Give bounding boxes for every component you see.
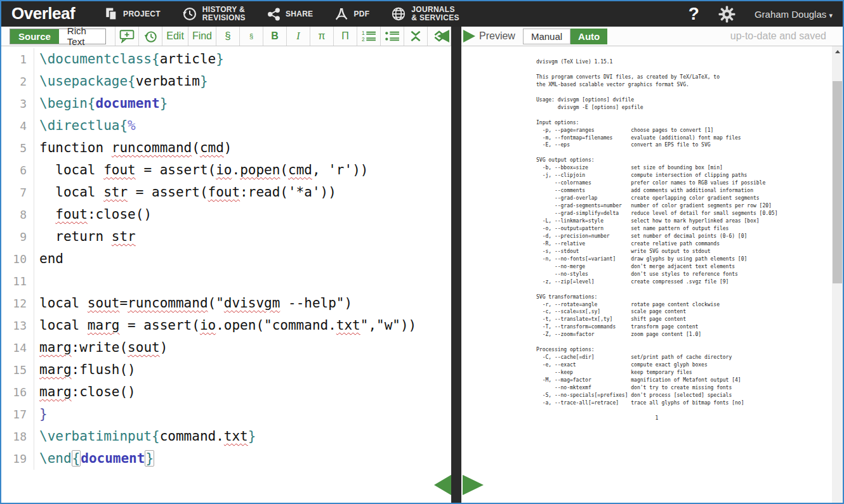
subsection-button[interactable]: § [240, 27, 263, 46]
italic-button[interactable]: I [287, 27, 310, 46]
editor-toolbar: Source Rich Text Edit Find [1, 27, 451, 46]
code-line[interactable]: 7 local str = assert(fout:read('*a')) [1, 181, 451, 204]
code-text: local marg = assert(io.open("command.txt… [34, 314, 416, 337]
pdf-line: --grad-segments=numbernumber of color gr… [536, 202, 843, 210]
line-number: 17 [1, 403, 34, 425]
code-line[interactable]: 19\end{document} [1, 448, 451, 470]
preview-scrollbar[interactable] [832, 46, 843, 503]
edit-menu-button[interactable]: Edit [162, 27, 188, 46]
code-line[interactable]: 17} [1, 403, 451, 425]
expand-preview-bottom-triangle[interactable] [463, 475, 484, 495]
code-line[interactable]: 4\directlua{% [1, 115, 451, 137]
pdf-acrobat-icon [334, 7, 348, 21]
code-line[interactable]: 1\documentclass{article} [1, 48, 451, 70]
globe-icon [391, 6, 406, 22]
code-line[interactable]: 15marg:flush() [1, 359, 451, 381]
preview-pane: Preview Manual Auto up-to-date and saved… [461, 27, 843, 503]
help-button[interactable]: ? [689, 5, 699, 23]
menu-item-pdf[interactable]: PDF [334, 1, 369, 27]
code-line[interactable]: 13local marg = assert(io.open("command.t… [1, 314, 451, 337]
editor-pane: Source Rich Text Edit Find [1, 27, 451, 503]
line-number: 7 [1, 181, 34, 204]
auto-compile-button[interactable]: Auto [570, 29, 607, 44]
find-button[interactable]: Find [188, 27, 216, 46]
code-lines: 1\documentclass{article}2\usepackage{ver… [1, 48, 451, 470]
source-mode-button[interactable]: Source [10, 29, 59, 44]
code-text: \verbatiminput{command.txt} [34, 425, 256, 448]
add-comment-button[interactable] [115, 27, 139, 46]
menu-item-journals-services[interactable]: JOURNALS& SERVICES [391, 1, 459, 27]
code-line[interactable]: 18\verbatiminput{command.txt} [1, 425, 451, 448]
inline-math-button[interactable]: π [310, 27, 334, 46]
bold-button[interactable]: B [263, 27, 287, 46]
pdf-line: -T, --transform=commandstransform page c… [536, 323, 843, 331]
pdf-line [536, 112, 843, 119]
scrollbar-thumb[interactable] [833, 81, 842, 283]
menu-item-label: PDF [353, 10, 369, 18]
manual-compile-button[interactable]: Manual [523, 29, 570, 44]
pdf-line: -M, --mag=factormagnification of Metafon… [536, 377, 843, 384]
pdf-line: -E, --epsconvert an EPS file to SVG [536, 141, 843, 149]
code-line[interactable]: 6 local fout = assert(io.popen(cmd, 'r')… [1, 159, 451, 181]
gear-icon[interactable] [718, 6, 735, 23]
pane-splitter[interactable] [451, 27, 461, 503]
menu-item-history-revisions[interactable]: HISTORY &REVISIONS [182, 1, 246, 27]
expand-preview-triangle[interactable] [463, 30, 475, 42]
menu-item-label: SHARE [286, 10, 313, 18]
numbered-list-button[interactable]: 12 [357, 27, 381, 46]
mode-toggle: Source Rich Text [10, 29, 106, 44]
code-text: } [34, 403, 48, 425]
preview-label: Preview [479, 30, 515, 42]
code-line[interactable]: 12local sout=runcommand("dvisvgm --help"… [1, 292, 451, 314]
pdf-line: Input options: [536, 119, 843, 127]
pdf-line: --colornamesprefer color names to RGB va… [536, 179, 843, 187]
scrollbar-up-arrow[interactable] [832, 46, 843, 57]
bullet-list-button[interactable] [381, 27, 404, 46]
line-number: 12 [1, 292, 34, 314]
pdf-line: -c, --scale=sx[,sy]scale page content [536, 308, 843, 316]
code-line[interactable]: 16marg:close() [1, 381, 451, 403]
code-line[interactable]: 8 fout:close() [1, 204, 451, 226]
menu-item-share[interactable]: SHARE [267, 1, 313, 27]
pdf-line: -m, --fontmap=filenamesevaluate (additio… [536, 134, 843, 142]
code-editor[interactable]: 1\documentclass{article}2\usepackage{ver… [1, 46, 451, 503]
pdf-line: -z, --zip[=level]create compressed .svgz… [536, 278, 843, 286]
pdf-preview[interactable]: dvisvgm (TeX Live) 1.15.1 This program c… [461, 46, 843, 503]
section-button[interactable]: § [216, 27, 240, 46]
line-number: 14 [1, 337, 34, 359]
display-math-button[interactable]: Π [334, 27, 357, 46]
menu-item-project[interactable]: PROJECT [104, 1, 161, 27]
line-number: 15 [1, 359, 34, 381]
history-restore-icon [143, 29, 158, 44]
line-number: 9 [1, 226, 34, 248]
code-line[interactable]: 2\usepackage{verbatim} [1, 70, 451, 93]
code-line[interactable]: 14marg:write(sout) [1, 337, 451, 359]
pdf-line: -a, --trace-all[=retrace]trace all glyph… [536, 399, 843, 407]
code-line[interactable]: 5function runcommand(cmd) [1, 137, 451, 159]
line-number: 13 [1, 314, 34, 337]
pdf-line: -e, --exactcompute exact glyph boxes [536, 361, 843, 369]
rich-text-mode-button[interactable]: Rich Text [59, 29, 105, 44]
pdf-line: --keepkeep temporary files [536, 369, 843, 377]
compile-mode-toggle: Manual Auto [523, 29, 607, 44]
collapse-button[interactable] [404, 27, 428, 46]
code-line[interactable]: 9 return str [1, 226, 451, 248]
pdf-text: dvisvgm (TeX Live) 1.15.1 This program c… [536, 58, 843, 407]
pdf-line [536, 89, 843, 96]
line-number: 19 [1, 448, 34, 470]
line-number: 11 [1, 270, 34, 292]
pdf-line: dvisvgm (TeX Live) 1.15.1 [536, 58, 843, 66]
collapse-editor-bottom-triangle[interactable] [434, 475, 451, 495]
code-line[interactable]: 3\begin{document} [1, 93, 451, 115]
restore-history-button[interactable] [139, 27, 162, 46]
code-line[interactable]: 11 [1, 270, 451, 292]
editor-toolbar-buttons: Edit Find § § B I π Π 12 [115, 27, 451, 46]
code-text: marg:flush() [34, 359, 136, 381]
pdf-line: Processing options: [536, 346, 843, 354]
collapse-editor-triangle[interactable] [437, 30, 449, 42]
overleaf-logo[interactable]: Overleaf [1, 4, 75, 25]
code-line[interactable]: 10end [1, 248, 451, 270]
user-menu[interactable]: Graham Douglas ▾ [755, 9, 833, 20]
line-number: 18 [1, 425, 34, 448]
pdf-line: -s, --stdoutwrite SVG output to stdout [536, 248, 843, 255]
